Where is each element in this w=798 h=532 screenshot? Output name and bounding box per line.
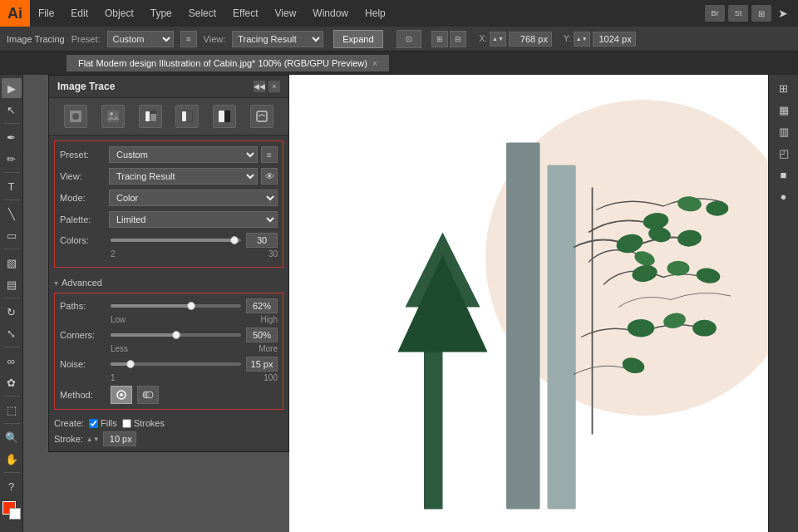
bridge-icon[interactable]: Br — [705, 5, 725, 22]
tool-zoom[interactable]: 🔍 — [2, 427, 22, 447]
menu-help[interactable]: Help — [357, 0, 394, 27]
corners-slider-thumb[interactable] — [172, 331, 180, 339]
tool-line[interactable]: ╲ — [2, 204, 22, 224]
preset-icon-high-fidelity[interactable] — [101, 105, 125, 128]
svg-rect-5 — [145, 111, 150, 121]
arrow-icon[interactable]: ➤ — [775, 5, 791, 22]
noise-slider-thumb[interactable] — [126, 360, 135, 368]
y-input[interactable] — [593, 32, 636, 47]
tool-separator-9 — [3, 472, 20, 473]
method-abutting-button[interactable] — [111, 386, 132, 404]
menu-object[interactable]: Object — [96, 0, 142, 27]
right-tool-6[interactable]: ● — [774, 186, 794, 206]
paths-min-label: Low — [111, 315, 126, 324]
preset-icon-grayscale[interactable] — [175, 105, 199, 128]
tool-hand[interactable]: ✋ — [2, 449, 22, 469]
tool-brush[interactable]: ✏ — [2, 149, 22, 169]
fills-checkbox[interactable] — [89, 419, 98, 428]
x-input[interactable] — [509, 32, 552, 47]
svg-point-1 — [72, 113, 79, 120]
tool-type[interactable]: T — [2, 176, 22, 196]
arrange-icon-1[interactable]: ⊞ — [431, 31, 448, 47]
svg-rect-11 — [224, 111, 230, 122]
view-option-select[interactable]: Tracing Result Outlines Source Image — [109, 168, 258, 185]
view-select[interactable]: Tracing Result — [232, 31, 323, 47]
preset-icon-outlined[interactable] — [250, 105, 273, 128]
colors-slider-track[interactable] — [111, 239, 241, 242]
menu-select[interactable]: Select — [180, 0, 224, 27]
fill-color-box[interactable] — [2, 501, 21, 520]
panel-collapse-button[interactable]: ◀◀ — [254, 81, 265, 92]
create-label: Create: — [54, 418, 84, 428]
tab-close-button[interactable]: × — [372, 59, 377, 68]
x-stepper: ▲▼ — [490, 32, 506, 47]
align-options-icon[interactable]: ⊡ — [397, 30, 421, 48]
preset-icon-black-white[interactable] — [213, 105, 236, 128]
stroke-label: Stroke: — [54, 434, 83, 444]
preset-icon-3-colors[interactable] — [139, 105, 162, 128]
noise-slider-track[interactable] — [111, 362, 241, 366]
stock-icon[interactable]: St — [728, 5, 748, 22]
menu-edit[interactable]: Edit — [62, 0, 96, 27]
paths-slider-track[interactable] — [111, 304, 241, 308]
preset-select[interactable]: Custom — [107, 31, 174, 47]
fills-checkbox-label[interactable]: Fills — [89, 418, 117, 428]
menu-effect[interactable]: Effect — [224, 0, 266, 27]
tool-direct-select[interactable]: ↖ — [2, 100, 22, 120]
colors-slider-thumb[interactable] — [230, 236, 239, 244]
right-tool-3[interactable]: ▥ — [774, 121, 794, 141]
preset-option-select[interactable]: Custom Default High Fidelity Photo Low F… — [109, 146, 258, 163]
tool-rect[interactable]: ▭ — [2, 225, 22, 245]
tool-separator-4 — [3, 249, 20, 249]
paths-slider-thumb[interactable] — [187, 302, 195, 310]
tool-blend[interactable]: ∞ — [2, 351, 22, 371]
paths-slider-value[interactable] — [246, 298, 278, 313]
arrange-icon-2[interactable]: ⊟ — [450, 31, 466, 47]
view-eye-icon[interactable] — [261, 168, 278, 185]
tool-paint[interactable]: ▧ — [2, 253, 22, 273]
menu-bar: Ai File Edit Object Type Select Effect V… — [0, 0, 798, 27]
panel-controls: ◀◀ × — [254, 81, 280, 92]
corners-slider-track[interactable] — [111, 333, 241, 337]
colors-slider-value[interactable]: 30 — [246, 233, 278, 248]
menu-file[interactable]: File — [30, 0, 62, 27]
colors-min-label: 2 — [111, 249, 116, 259]
strokes-checkbox-label[interactable]: Strokes — [122, 418, 165, 428]
right-tool-2[interactable]: ▦ — [774, 100, 794, 120]
noise-min-label: 1 — [111, 373, 116, 382]
tool-separator-5 — [3, 298, 20, 298]
tool-pen[interactable]: ✒ — [2, 127, 22, 147]
menu-type[interactable]: Type — [142, 0, 180, 27]
right-tool-1[interactable]: ⊞ — [774, 78, 794, 98]
preset-menu-icon[interactable]: ≡ — [261, 146, 278, 163]
tool-separator-8 — [3, 423, 20, 424]
tool-scale[interactable]: ⤡ — [2, 323, 22, 343]
tool-rotate[interactable]: ↻ — [2, 302, 22, 322]
tool-art-board[interactable]: ⬚ — [2, 400, 22, 420]
preset-icon-auto-color[interactable] — [64, 105, 87, 128]
mode-option-select[interactable]: Color Grayscale Black and White — [109, 190, 278, 206]
menu-view[interactable]: View — [267, 0, 305, 27]
tool-select[interactable]: ▶ — [2, 78, 22, 98]
mode-option-label: Mode: — [60, 193, 106, 203]
tool-symbol[interactable]: ✿ — [2, 372, 22, 392]
expand-button[interactable]: Expand — [333, 30, 382, 48]
grid-icon[interactable]: ⊞ — [751, 5, 771, 22]
svg-rect-2 — [107, 111, 119, 122]
palette-option-select[interactable]: Limited Full Tone Automatic — [109, 211, 278, 228]
preset-options-icon[interactable]: ≡ — [180, 31, 197, 47]
noise-slider-value[interactable] — [246, 357, 278, 372]
tool-gradient[interactable]: ▤ — [2, 274, 22, 294]
stroke-input[interactable] — [103, 431, 136, 446]
menu-window[interactable]: Window — [304, 0, 357, 27]
document-tab[interactable]: Flat Modern design Illustration of Cabin… — [66, 55, 390, 71]
method-overlapping-button[interactable] — [137, 386, 159, 404]
panel-close-button[interactable]: × — [268, 81, 280, 92]
right-tool-5[interactable]: ■ — [774, 165, 794, 185]
colors-range-labels: 2 30 — [60, 249, 278, 259]
tool-help[interactable]: ? — [2, 476, 22, 496]
advanced-header[interactable]: ▾ Advanced — [49, 273, 288, 289]
strokes-checkbox[interactable] — [122, 419, 131, 428]
corners-slider-value[interactable] — [246, 328, 278, 342]
right-tool-4[interactable]: ◰ — [774, 143, 794, 163]
